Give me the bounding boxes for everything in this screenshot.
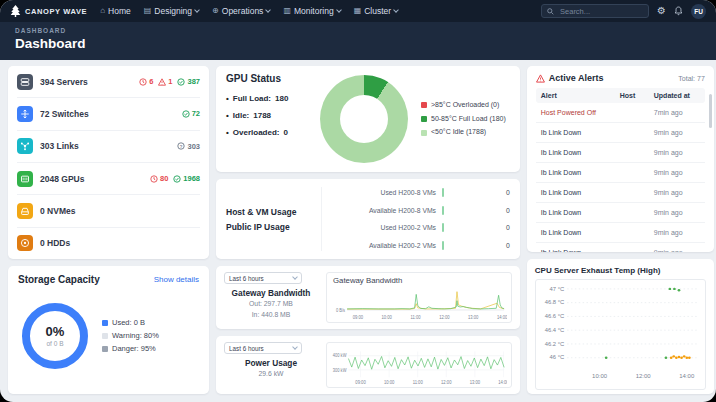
alert-row[interactable]: Ib Link Down9min ago	[536, 243, 705, 252]
designing-icon: ▤	[144, 7, 152, 15]
alert-row[interactable]: Host Powered Off7min ago	[536, 103, 705, 123]
stat-row-nvmes[interactable]: 0 NVMes	[17, 195, 200, 227]
stat-row-servers[interactable]: 394 Servers 6 1 387	[17, 66, 200, 98]
link-icon	[17, 138, 33, 154]
hdd-icon	[17, 235, 33, 251]
legend-item-danger: Danger: 95%	[102, 344, 159, 353]
clock-badge: 80	[150, 174, 168, 183]
alert-row[interactable]: Ib Link Down9min ago	[536, 143, 705, 163]
svg-text:?: ?	[180, 144, 183, 149]
gpu-legend-full-load: 50-85°C Full Load (180)	[421, 115, 506, 124]
svg-text:46 °C: 46 °C	[549, 355, 564, 361]
search-input[interactable]	[558, 6, 643, 17]
alerts-scrollbar[interactable]	[709, 94, 712, 128]
svg-text:13:00: 13:00	[470, 380, 481, 385]
power-value: 29.6 kW	[259, 370, 284, 379]
svg-text:10:00: 10:00	[592, 373, 607, 379]
time-range-select[interactable]: Last 6 hours	[224, 272, 302, 284]
right-column: Active Alerts Total: 77 AlertHostUpdated…	[527, 66, 714, 394]
nav-item-operations[interactable]: ⊕ Operations	[212, 6, 270, 16]
svg-text:14:00: 14:00	[498, 380, 507, 385]
svg-text:10:00: 10:00	[384, 380, 395, 385]
alerts-total: Total: 77	[678, 75, 704, 82]
svg-text:12:00: 12:00	[441, 380, 452, 385]
gpu-bullet-idle: Idle:1788	[226, 111, 312, 120]
monitoring-icon: ▥	[283, 7, 291, 15]
show-details-link[interactable]: Show details	[154, 275, 199, 284]
user-avatar[interactable]: FU	[691, 4, 706, 19]
nav-item-label: Designing	[154, 6, 192, 16]
svg-text:46.4 °C: 46.4 °C	[545, 327, 565, 333]
cpu-exhaust-temp-card: CPU Server Exhaust Temp (High) 47 °C46.8…	[527, 259, 714, 394]
chevron-down-icon	[336, 7, 342, 13]
settings-gear-icon[interactable]: ⚙	[657, 6, 666, 16]
cpu-temp-scatter-chart: 47 °C46.8 °C46.6 °C46.4 °C46.2 °C46 °C10…	[538, 282, 703, 387]
alert-row[interactable]: Ib Link Down9min ago	[536, 123, 705, 143]
stat-label: 394 Servers	[40, 77, 88, 87]
stat-label: 303 Links	[40, 141, 79, 151]
gateway-title: Gateway Bandwidth	[232, 288, 311, 298]
notifications-bell-icon[interactable]	[674, 6, 683, 16]
gateway-out: Out: 297.7 MB	[249, 300, 293, 309]
time-range-select[interactable]: Last 6 hours	[224, 342, 302, 354]
dashboard-app: CANOPY WAVE ⌂ Home ▤ Designing ⊕ Operati…	[0, 0, 716, 402]
nav-item-cluster[interactable]: ▦ Cluster	[354, 6, 399, 16]
nav-item-label: Monitoring	[294, 6, 334, 16]
server-icon	[17, 74, 33, 90]
search-box[interactable]	[541, 4, 649, 18]
inventory-stats-card: 394 Servers 6 1 387 72 Switches 72	[8, 66, 209, 259]
alert-row[interactable]: Ib Link Down9min ago	[536, 183, 705, 203]
alert-row[interactable]: Ib Link Down9min ago	[536, 223, 705, 243]
home-icon: ⌂	[100, 7, 105, 15]
question-badge: ?303	[177, 142, 200, 151]
chevron-down-icon	[292, 274, 298, 280]
svg-text:14:00: 14:00	[497, 315, 507, 321]
storage-donut-chart: 0% of 0 B	[22, 303, 88, 369]
alert-row[interactable]: Ib Link Down9min ago	[536, 203, 705, 223]
top-nav: CANOPY WAVE ⌂ Home ▤ Designing ⊕ Operati…	[0, 0, 716, 22]
breadcrumb: DASHBOARD	[15, 27, 701, 34]
power-chart: 400 kW300 kW09:0010:0011:0012:0013:0014:…	[326, 342, 512, 388]
svg-text:09:00: 09:00	[353, 315, 364, 321]
svg-text:300 kW: 300 kW	[333, 367, 347, 372]
svg-text:46.2 °C: 46.2 °C	[545, 341, 565, 347]
stat-row-gpus[interactable]: 2048 GPUs 80 1968	[17, 163, 200, 195]
power-usage-card: Last 6 hours Power Usage 29.6 kW 400 kW3…	[216, 336, 520, 394]
stat-row-hdds[interactable]: 0 HDDs	[17, 228, 200, 259]
page-header: DASHBOARD Dashboard	[0, 22, 716, 60]
nav-item-label: Home	[108, 6, 131, 16]
gpu-bullet-full-load: Full Load:180	[226, 94, 312, 103]
stat-row-switches[interactable]: 72 Switches 72	[17, 98, 200, 130]
power-line-chart: 400 kW300 kW09:0010:0011:0012:0013:0014:…	[331, 345, 507, 387]
svg-text:46.6 °C: 46.6 °C	[545, 313, 565, 319]
bar	[442, 188, 444, 197]
gateway-chart: Gateway Bandwidth 0 B/s09:0010:0011:0012…	[326, 272, 512, 323]
nav-item-home[interactable]: ⌂ Home	[100, 6, 131, 16]
stat-row-links[interactable]: 303 Links ?303	[17, 131, 200, 163]
host-vm-title: Host & VM Usage	[226, 207, 321, 217]
hv-row: Available H200-8 VMs0	[328, 206, 510, 215]
svg-text:12:00: 12:00	[635, 373, 650, 379]
page-title: Dashboard	[15, 36, 701, 51]
gateway-in: In: 440.8 MB	[252, 311, 291, 320]
gpu-legend-overloaded: >85°C Overloaded (0)	[421, 101, 506, 110]
nav-item-designing[interactable]: ▤ Designing	[144, 6, 199, 16]
check-badge: 387	[177, 77, 200, 86]
nav-item-label: Operations	[222, 6, 264, 16]
check-badge: 1968	[173, 174, 200, 183]
gpu-status-title: GPU Status	[226, 73, 312, 84]
svg-text:14:00: 14:00	[679, 373, 694, 379]
content-area: 394 Servers 6 1 387 72 Switches 72	[0, 60, 716, 402]
bar	[442, 206, 444, 215]
svg-text:47 °C: 47 °C	[549, 286, 564, 292]
public-ip-title: Public IP Usage	[226, 222, 321, 232]
stat-label: 0 NVMes	[40, 206, 75, 216]
chevron-down-icon	[266, 7, 272, 13]
gpu-status-card: GPU Status Full Load:180 Idle:1788 Overl…	[216, 66, 520, 172]
nav-item-monitoring[interactable]: ▥ Monitoring	[283, 6, 340, 16]
gpu-bullet-overloaded: Overloaded:0	[226, 128, 312, 137]
hv-row: Available H200-2 VMs0	[328, 241, 510, 250]
alerts-table-header: AlertHostUpdated at	[536, 88, 705, 103]
brand[interactable]: CANOPY WAVE	[10, 5, 87, 17]
alert-row[interactable]: Ib Link Down9min ago	[536, 163, 705, 183]
